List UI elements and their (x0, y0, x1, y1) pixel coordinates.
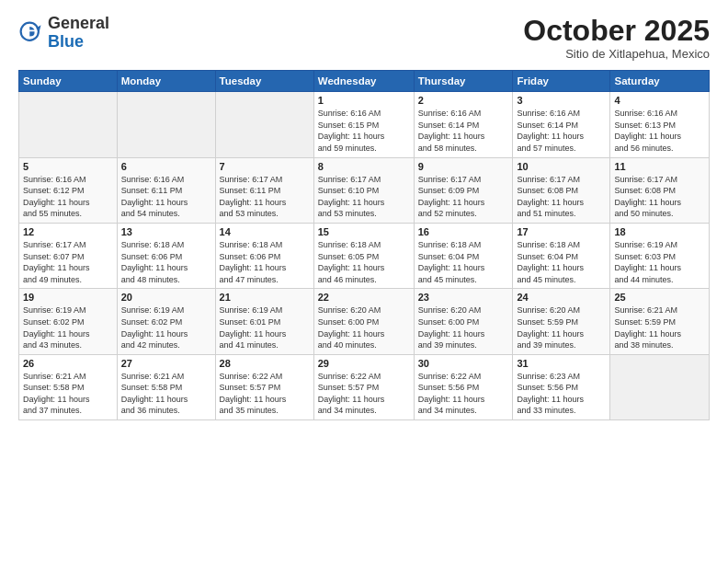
week-row-2: 5Sunrise: 6:16 AM Sunset: 6:12 PM Daylig… (19, 157, 710, 223)
day-info: Sunrise: 6:20 AM Sunset: 5:59 PM Dayligh… (517, 304, 606, 350)
calendar-cell-2-3: 15Sunrise: 6:18 AM Sunset: 6:05 PM Dayli… (313, 223, 414, 288)
calendar-cell-3-1: 20Sunrise: 6:19 AM Sunset: 6:02 PM Dayli… (117, 289, 215, 354)
day-number: 26 (23, 358, 113, 369)
header-wednesday: Wednesday (313, 71, 414, 92)
header: General Blue October 2025 Sitio de Xitla… (18, 15, 710, 61)
day-number: 17 (517, 226, 606, 237)
day-info: Sunrise: 6:17 AM Sunset: 6:09 PM Dayligh… (418, 174, 509, 220)
day-number: 6 (121, 161, 211, 172)
day-info: Sunrise: 6:16 AM Sunset: 6:14 PM Dayligh… (418, 108, 509, 154)
day-number: 15 (318, 226, 410, 237)
day-number: 29 (318, 358, 410, 369)
day-number: 2 (418, 95, 509, 106)
day-number: 4 (614, 95, 705, 106)
calendar-cell-3-6: 25Sunrise: 6:21 AM Sunset: 5:59 PM Dayli… (610, 289, 710, 354)
logo-icon (18, 20, 44, 46)
calendar-cell-4-3: 29Sunrise: 6:22 AM Sunset: 5:57 PM Dayli… (313, 354, 414, 419)
day-info: Sunrise: 6:22 AM Sunset: 5:57 PM Dayligh… (220, 371, 310, 417)
day-number: 13 (121, 226, 211, 237)
title-block: October 2025 Sitio de Xitlapehua, Mexico (523, 15, 710, 61)
calendar-cell-1-6: 11Sunrise: 6:17 AM Sunset: 6:08 PM Dayli… (610, 157, 710, 223)
calendar-cell-3-5: 24Sunrise: 6:20 AM Sunset: 5:59 PM Dayli… (513, 289, 610, 354)
day-number: 5 (23, 161, 113, 172)
calendar-cell-0-0 (19, 92, 118, 157)
day-info: Sunrise: 6:17 AM Sunset: 6:08 PM Dayligh… (614, 174, 705, 220)
calendar-cell-1-3: 8Sunrise: 6:17 AM Sunset: 6:10 PM Daylig… (313, 157, 414, 223)
day-info: Sunrise: 6:20 AM Sunset: 6:00 PM Dayligh… (318, 304, 410, 350)
calendar-cell-2-6: 18Sunrise: 6:19 AM Sunset: 6:03 PM Dayli… (610, 223, 710, 288)
day-info: Sunrise: 6:16 AM Sunset: 6:14 PM Dayligh… (517, 108, 606, 154)
day-info: Sunrise: 6:17 AM Sunset: 6:11 PM Dayligh… (220, 174, 310, 220)
week-row-4: 19Sunrise: 6:19 AM Sunset: 6:02 PM Dayli… (19, 289, 710, 354)
day-info: Sunrise: 6:21 AM Sunset: 5:58 PM Dayligh… (121, 371, 211, 417)
day-number: 25 (614, 292, 705, 303)
day-number: 14 (220, 226, 310, 237)
day-info: Sunrise: 6:19 AM Sunset: 6:03 PM Dayligh… (614, 239, 705, 285)
day-info: Sunrise: 6:18 AM Sunset: 6:06 PM Dayligh… (121, 239, 211, 285)
calendar-cell-1-4: 9Sunrise: 6:17 AM Sunset: 6:09 PM Daylig… (414, 157, 513, 223)
calendar-cell-4-6 (610, 354, 710, 419)
day-number: 10 (517, 161, 606, 172)
logo-blue-text: Blue (48, 32, 84, 51)
day-info: Sunrise: 6:22 AM Sunset: 5:57 PM Dayligh… (318, 371, 410, 417)
day-number: 8 (318, 161, 410, 172)
day-number: 3 (517, 95, 606, 106)
calendar-cell-2-0: 12Sunrise: 6:17 AM Sunset: 6:07 PM Dayli… (19, 223, 118, 288)
day-number: 30 (418, 358, 509, 369)
day-info: Sunrise: 6:18 AM Sunset: 6:05 PM Dayligh… (318, 239, 410, 285)
calendar-cell-3-0: 19Sunrise: 6:19 AM Sunset: 6:02 PM Dayli… (19, 289, 118, 354)
day-info: Sunrise: 6:16 AM Sunset: 6:11 PM Dayligh… (121, 174, 211, 220)
calendar-cell-4-0: 26Sunrise: 6:21 AM Sunset: 5:58 PM Dayli… (19, 354, 118, 419)
logo-general-text: General (48, 14, 109, 32)
calendar-cell-2-4: 16Sunrise: 6:18 AM Sunset: 6:04 PM Dayli… (414, 223, 513, 288)
day-info: Sunrise: 6:17 AM Sunset: 6:07 PM Dayligh… (23, 239, 113, 285)
weekday-header-row: Sunday Monday Tuesday Wednesday Thursday… (19, 71, 710, 92)
day-info: Sunrise: 6:19 AM Sunset: 6:02 PM Dayligh… (23, 304, 113, 350)
day-info: Sunrise: 6:22 AM Sunset: 5:56 PM Dayligh… (418, 371, 509, 417)
calendar-cell-0-2 (215, 92, 313, 157)
calendar-cell-4-4: 30Sunrise: 6:22 AM Sunset: 5:56 PM Dayli… (414, 354, 513, 419)
calendar-cell-4-2: 28Sunrise: 6:22 AM Sunset: 5:57 PM Dayli… (215, 354, 313, 419)
day-info: Sunrise: 6:21 AM Sunset: 5:59 PM Dayligh… (614, 304, 705, 350)
header-tuesday: Tuesday (215, 71, 313, 92)
header-monday: Monday (117, 71, 215, 92)
day-info: Sunrise: 6:21 AM Sunset: 5:58 PM Dayligh… (23, 371, 113, 417)
day-number: 21 (220, 292, 310, 303)
location: Sitio de Xitlapehua, Mexico (523, 47, 710, 61)
day-info: Sunrise: 6:18 AM Sunset: 6:04 PM Dayligh… (517, 239, 606, 285)
day-number: 12 (23, 226, 113, 237)
calendar-cell-1-1: 6Sunrise: 6:16 AM Sunset: 6:11 PM Daylig… (117, 157, 215, 223)
week-row-3: 12Sunrise: 6:17 AM Sunset: 6:07 PM Dayli… (19, 223, 710, 288)
logo: General Blue (18, 15, 109, 52)
week-row-1: 1Sunrise: 6:16 AM Sunset: 6:15 PM Daylig… (19, 92, 710, 157)
day-number: 19 (23, 292, 113, 303)
day-info: Sunrise: 6:20 AM Sunset: 6:00 PM Dayligh… (418, 304, 509, 350)
calendar-page: General Blue October 2025 Sitio de Xitla… (0, 0, 728, 563)
header-friday: Friday (513, 71, 610, 92)
calendar-cell-1-2: 7Sunrise: 6:17 AM Sunset: 6:11 PM Daylig… (215, 157, 313, 223)
calendar-cell-0-1 (117, 92, 215, 157)
day-number: 27 (121, 358, 211, 369)
calendar-cell-3-4: 23Sunrise: 6:20 AM Sunset: 6:00 PM Dayli… (414, 289, 513, 354)
day-number: 7 (220, 161, 310, 172)
header-thursday: Thursday (414, 71, 513, 92)
calendar-cell-1-0: 5Sunrise: 6:16 AM Sunset: 6:12 PM Daylig… (19, 157, 118, 223)
day-info: Sunrise: 6:18 AM Sunset: 6:06 PM Dayligh… (220, 239, 310, 285)
header-saturday: Saturday (610, 71, 710, 92)
calendar-table: Sunday Monday Tuesday Wednesday Thursday… (18, 70, 710, 420)
day-info: Sunrise: 6:19 AM Sunset: 6:01 PM Dayligh… (220, 304, 310, 350)
day-info: Sunrise: 6:18 AM Sunset: 6:04 PM Dayligh… (418, 239, 509, 285)
header-sunday: Sunday (19, 71, 118, 92)
calendar-cell-2-1: 13Sunrise: 6:18 AM Sunset: 6:06 PM Dayli… (117, 223, 215, 288)
calendar-cell-0-3: 1Sunrise: 6:16 AM Sunset: 6:15 PM Daylig… (313, 92, 414, 157)
day-number: 11 (614, 161, 705, 172)
calendar-cell-2-2: 14Sunrise: 6:18 AM Sunset: 6:06 PM Dayli… (215, 223, 313, 288)
day-info: Sunrise: 6:23 AM Sunset: 5:56 PM Dayligh… (517, 371, 606, 417)
calendar-cell-2-5: 17Sunrise: 6:18 AM Sunset: 6:04 PM Dayli… (513, 223, 610, 288)
calendar-cell-4-1: 27Sunrise: 6:21 AM Sunset: 5:58 PM Dayli… (117, 354, 215, 419)
month-title: October 2025 (523, 15, 710, 47)
day-info: Sunrise: 6:16 AM Sunset: 6:13 PM Dayligh… (614, 108, 705, 154)
day-number: 9 (418, 161, 509, 172)
day-info: Sunrise: 6:17 AM Sunset: 6:10 PM Dayligh… (318, 174, 410, 220)
calendar-cell-0-4: 2Sunrise: 6:16 AM Sunset: 6:14 PM Daylig… (414, 92, 513, 157)
